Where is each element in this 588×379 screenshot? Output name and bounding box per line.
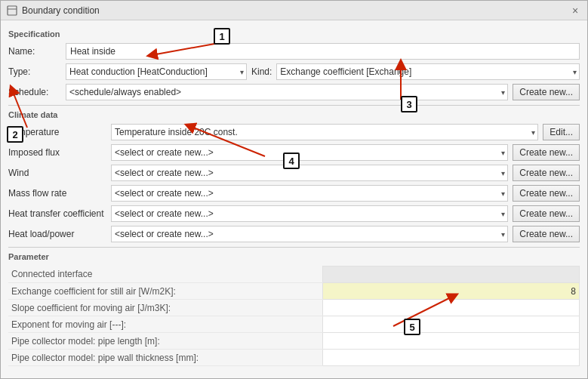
specification-label: Specification	[8, 29, 580, 39]
param-row: Exchange coefficient for still air [W/m2…	[8, 283, 580, 300]
schedule-row: Schedule: <schedule/always enabled> Crea…	[8, 84, 580, 100]
heat-transfer-row: Heat transfer coefficient <select or cre…	[8, 205, 580, 222]
temperature-edit-button[interactable]: Edit...	[543, 124, 580, 140]
mass-flow-select[interactable]: <select or create new...>	[111, 185, 508, 202]
svg-rect-0	[8, 6, 17, 15]
kind-select[interactable]: Exchange coefficient [Exchange]	[276, 63, 580, 80]
param-value	[322, 333, 579, 350]
param-value	[322, 350, 579, 366]
wind-select-wrapper: <select or create new...>	[111, 165, 508, 181]
imposed-flux-row: Imposed flux <select or create new...> C…	[8, 144, 580, 161]
param-value	[322, 300, 579, 316]
title-bar: Boundary condition ×	[1, 1, 587, 20]
param-row: Slope coefficient for moving air [J/m3K]…	[8, 300, 580, 316]
mass-flow-row: Mass flow rate <select or create new...>…	[8, 185, 580, 202]
temperature-select-wrapper: Temperature inside 20C const.	[111, 124, 538, 140]
schedule-select[interactable]: <schedule/always enabled>	[66, 84, 508, 100]
type-select-wrapper: Heat conduction [HeatConduction]	[66, 63, 247, 80]
heat-transfer-create-button[interactable]: Create new...	[513, 205, 580, 222]
param-label: Pipe collector model: pipe wall thicknes…	[8, 350, 322, 366]
param-row: Connected interface	[8, 267, 580, 283]
param-label: Exponent for moving air [---]:	[8, 316, 322, 333]
name-input[interactable]	[66, 43, 580, 60]
temperature-row: Temperature Temperature inside 20C const…	[8, 124, 580, 140]
parameter-table: Connected interfaceExchange coefficient …	[8, 266, 580, 366]
mass-flow-label: Mass flow rate	[8, 188, 106, 199]
type-kind-row: Type: Heat conduction [HeatConduction] K…	[8, 63, 580, 80]
kind-select-wrapper: Exchange coefficient [Exchange]	[276, 63, 580, 80]
wind-row: Wind <select or create new...> Create ne…	[8, 165, 580, 181]
name-label: Name:	[8, 46, 61, 57]
param-value: 8	[322, 283, 579, 300]
divider-1	[8, 105, 580, 106]
param-row: Pipe collector model: pipe wall thicknes…	[8, 350, 580, 366]
heat-transfer-label: Heat transfer coefficient	[8, 208, 106, 219]
climate-data-label: Climate data	[8, 110, 580, 119]
type-select[interactable]: Heat conduction [HeatConduction]	[66, 63, 247, 80]
heat-load-create-button[interactable]: Create new...	[513, 226, 580, 242]
param-label: Pipe collector model: pipe length [m]:	[8, 333, 322, 350]
mass-flow-select-wrapper: <select or create new...>	[111, 185, 508, 202]
heat-transfer-select-wrapper: <select or create new...>	[111, 205, 508, 222]
param-label: Slope coefficient for moving air [J/m3K]…	[8, 300, 322, 316]
heat-load-label: Heat load/power	[8, 229, 106, 239]
imposed-flux-label: Imposed flux	[8, 147, 106, 158]
param-label: Connected interface	[8, 267, 322, 283]
schedule-create-new-button[interactable]: Create new...	[513, 84, 580, 100]
heat-transfer-select[interactable]: <select or create new...>	[111, 205, 508, 222]
kind-label: Kind:	[251, 66, 272, 77]
param-row: Pipe collector model: pipe length [m]:	[8, 333, 580, 350]
window-icon	[7, 5, 17, 16]
close-button[interactable]: ×	[569, 5, 581, 17]
mass-flow-create-button[interactable]: Create new...	[513, 185, 580, 202]
param-value	[322, 267, 579, 283]
temperature-select[interactable]: Temperature inside 20C const.	[111, 124, 538, 140]
imposed-flux-create-button[interactable]: Create new...	[513, 144, 580, 161]
schedule-select-wrapper: <schedule/always enabled>	[66, 84, 508, 100]
wind-label: Wind	[8, 168, 106, 178]
schedule-label: Schedule:	[8, 87, 61, 97]
main-content: Specification Name: Type: Heat conductio…	[1, 20, 587, 378]
name-row: Name:	[8, 43, 580, 60]
heat-load-select[interactable]: <select or create new...>	[111, 226, 508, 242]
heat-load-row: Heat load/power <select or create new...…	[8, 226, 580, 242]
parameter-label: Parameter	[8, 252, 580, 261]
wind-create-button[interactable]: Create new...	[513, 165, 580, 181]
param-label: Exchange coefficient for still air [W/m2…	[8, 283, 322, 300]
param-value	[322, 316, 579, 333]
window-title: Boundary condition	[22, 5, 100, 16]
wind-select[interactable]: <select or create new...>	[111, 165, 508, 181]
imposed-flux-select[interactable]: <select or create new...>	[111, 144, 508, 161]
temperature-label: Temperature	[8, 127, 106, 137]
heat-load-select-wrapper: <select or create new...>	[111, 226, 508, 242]
type-label: Type:	[8, 66, 61, 77]
param-row: Exponent for moving air [---]:	[8, 316, 580, 333]
imposed-flux-select-wrapper: <select or create new...>	[111, 144, 508, 161]
divider-2	[8, 247, 580, 248]
